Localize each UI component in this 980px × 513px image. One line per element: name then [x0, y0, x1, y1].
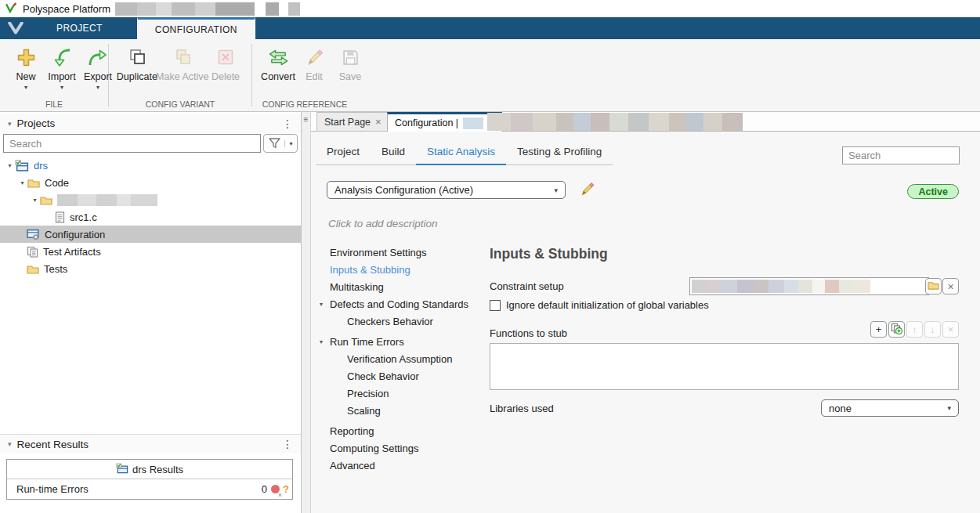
import-button[interactable]: Import ▾ — [44, 44, 80, 91]
browse-folder-button[interactable] — [925, 278, 942, 294]
folder-icon — [27, 264, 39, 274]
nav-checkers-behavior[interactable]: Checkers Behavior — [317, 312, 486, 330]
splitter-grip-icon[interactable]: ≡ — [303, 116, 309, 124]
edit-button[interactable]: Edit — [296, 44, 332, 82]
results-project-icon — [116, 463, 128, 476]
nav-multitasking[interactable]: Multitasking — [317, 278, 486, 295]
clear-constraint-button[interactable]: × — [942, 278, 959, 294]
chevron-down-icon: ▾ — [554, 186, 558, 194]
export-dropdown-caret-icon[interactable]: ▾ — [96, 85, 99, 91]
results-table-header[interactable]: drs Results — [7, 460, 292, 479]
new-plus-icon — [16, 44, 36, 70]
tree-node-test-artifacts[interactable]: Test Artifacts — [0, 243, 301, 260]
libraries-used-label: Libraries used — [490, 403, 554, 414]
edit-variant-pencil-icon[interactable] — [580, 182, 595, 199]
tab-start-page[interactable]: Start Page × — [316, 112, 389, 132]
expand-caret-icon[interactable]: ▾ — [17, 179, 27, 186]
filter-button[interactable]: ▾ — [263, 134, 298, 153]
close-icon[interactable]: × — [375, 116, 382, 128]
settings-nav: Environment Settings Inputs & Stubbing M… — [317, 244, 486, 474]
tree-node-src-file[interactable]: src1.c — [0, 208, 301, 226]
collapse-caret-icon[interactable]: ▾ — [8, 440, 12, 448]
tab-static-analysis[interactable]: Static Analysis — [416, 143, 506, 164]
import-arrow-icon — [52, 44, 72, 70]
new-button[interactable]: New ▾ — [8, 44, 44, 91]
tab-project[interactable]: Project — [316, 143, 371, 164]
projects-menu-kebab-icon[interactable]: ⋮ — [282, 117, 293, 130]
nav-defects-coding-standards[interactable]: ▾ Defects and Coding Standards — [317, 295, 486, 312]
functions-to-stub-input[interactable] — [490, 343, 959, 390]
expand-caret-icon[interactable]: ▾ — [317, 338, 330, 345]
tree-node-tests-folder[interactable]: Tests — [0, 260, 301, 277]
results-count: 0 — [262, 483, 267, 495]
results-row-runtime-errors[interactable]: Run-time Errors 0 ? — [7, 479, 292, 499]
nav-inputs-stubbing[interactable]: Inputs & Stubbing — [317, 261, 486, 278]
filter-dropdown-caret-icon[interactable]: ▾ — [284, 140, 297, 147]
move-down-button[interactable]: ↓ — [924, 321, 941, 338]
redacted-folder-name — [57, 194, 157, 206]
delete-button[interactable]: Delete — [208, 44, 244, 82]
libraries-used-select[interactable]: none ▾ — [821, 399, 959, 417]
expand-caret-icon[interactable]: ▾ — [5, 162, 15, 169]
collapse-caret-icon[interactable]: ▾ — [8, 120, 12, 128]
ribbon-group-file: New ▾ Import ▾ — [0, 39, 108, 111]
move-up-button[interactable]: ↑ — [906, 321, 923, 338]
nav-verification-assumption[interactable]: Verification Assumption — [317, 350, 486, 367]
tree-node-configuration[interactable]: Configuration — [0, 226, 301, 243]
nav-environment-settings[interactable]: Environment Settings — [317, 244, 486, 261]
app-menu-logo-icon[interactable] — [0, 17, 31, 39]
panel-splitter[interactable]: ≡ — [302, 112, 311, 513]
tree-label-tests: Tests — [44, 263, 67, 275]
constraint-setup-label: Constraint setup — [490, 280, 564, 292]
projects-search-input[interactable] — [3, 134, 261, 153]
checkbox-unchecked[interactable] — [490, 300, 501, 311]
tree-node-redacted-folder[interactable]: ▾ — [0, 191, 301, 208]
import-dropdown-caret-icon[interactable]: ▾ — [60, 85, 63, 91]
nav-advanced[interactable]: Advanced — [317, 457, 486, 474]
polyspace-window: Polyspace Platform PROJECT CONFIGURATION… — [0, 0, 980, 513]
nav-scaling[interactable]: Scaling — [317, 402, 486, 419]
tree-label-project: drs — [34, 160, 48, 172]
nav-computing-settings[interactable]: Computing Settings — [317, 439, 486, 457]
projects-panel-title: Projects — [17, 117, 56, 129]
ribbon-tab-configuration[interactable]: CONFIGURATION — [137, 17, 255, 39]
project-icon — [15, 160, 29, 172]
expand-caret-icon[interactable]: ▾ — [317, 301, 330, 308]
recent-results-menu-kebab-icon[interactable]: ⋮ — [282, 438, 293, 450]
description-placeholder[interactable]: Click to add description — [328, 218, 438, 229]
duplicate-button[interactable]: Duplicate — [117, 44, 157, 82]
duplicate-icon — [128, 44, 146, 70]
status-red-dot-icon — [271, 485, 280, 493]
status-badge: Active — [907, 184, 959, 199]
constraint-setup-input[interactable] — [689, 277, 929, 295]
nav-check-behavior[interactable]: Check Behavior — [317, 367, 486, 385]
tree-node-project[interactable]: ▾ drs — [0, 157, 301, 174]
nav-reporting[interactable]: Reporting — [317, 422, 486, 439]
tree-label-code: Code — [45, 177, 69, 189]
ignore-init-label: Ignore default initialization of global … — [506, 299, 709, 311]
remove-row-button[interactable]: × — [942, 321, 959, 338]
tab-configuration[interactable]: Configuration | × — [387, 112, 502, 132]
title-bar: Polyspace Platform — [0, 0, 980, 17]
clear-x-icon: × — [948, 323, 954, 335]
folder-icon — [27, 178, 40, 188]
convert-button[interactable]: Convert — [260, 44, 296, 82]
new-dropdown-caret-icon[interactable]: ▾ — [24, 85, 27, 91]
ribbon-toolbar: New ▾ Import ▾ — [0, 39, 980, 112]
nav-precision[interactable]: Precision — [317, 385, 486, 402]
expand-caret-icon[interactable]: ▾ — [30, 197, 40, 204]
ribbon-group-label-file: FILE — [0, 99, 108, 109]
add-row-button[interactable]: + — [870, 321, 887, 338]
ribbon-tab-project[interactable]: PROJECT — [31, 17, 128, 39]
save-button[interactable]: Save — [332, 44, 368, 82]
add-from-list-button[interactable] — [888, 321, 905, 338]
section-title: Inputs & Stubbing — [490, 246, 608, 262]
configuration-search-input[interactable] — [842, 146, 960, 164]
tab-build[interactable]: Build — [371, 143, 416, 164]
make-active-button[interactable]: Make Active — [157, 44, 208, 82]
tab-testing-profiling[interactable]: Testing & Profiling — [506, 143, 613, 164]
nav-run-time-errors[interactable]: ▾ Run Time Errors — [317, 333, 486, 350]
tree-node-code-folder[interactable]: ▾ Code — [0, 174, 301, 191]
variant-select[interactable]: Analysis Configuration (Active) ▾ — [327, 181, 566, 199]
ignore-init-checkbox-row[interactable]: Ignore default initialization of global … — [490, 299, 709, 311]
